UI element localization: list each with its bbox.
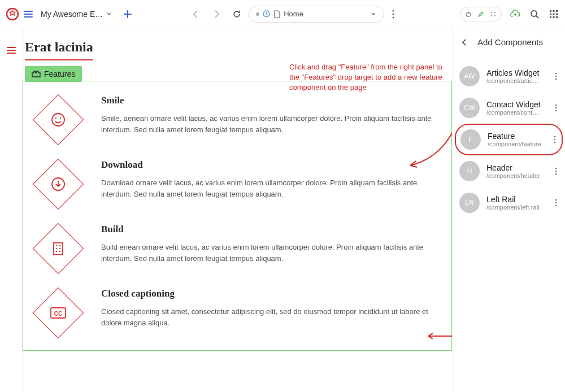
component-path: /component/cont… bbox=[486, 109, 547, 116]
feature-title: Download bbox=[101, 159, 441, 171]
component-meta: Articles Widget/component/artic… bbox=[486, 68, 547, 84]
component-path: /component/header bbox=[486, 172, 547, 179]
title-underline bbox=[25, 59, 93, 60]
site-selector[interactable]: My Awesome E… bbox=[37, 7, 115, 21]
svg-point-22 bbox=[60, 117, 61, 119]
svg-point-36 bbox=[555, 168, 557, 169]
component-item-contact-widget[interactable]: CWContact Widget/component/cont… bbox=[453, 92, 565, 124]
page-content: Erat lacinia Features SmileSmile, aenean… bbox=[23, 28, 452, 392]
component-item-left-rail[interactable]: LRLeft Rail/component/left-rail bbox=[453, 187, 565, 219]
url-bar[interactable]: Home bbox=[249, 6, 384, 23]
component-item-header[interactable]: HHeader/component/header bbox=[453, 155, 565, 187]
svg-rect-24 bbox=[54, 243, 63, 255]
feature-title: Build bbox=[101, 224, 441, 235]
component-avatar: F bbox=[460, 129, 481, 150]
component-more-icon[interactable] bbox=[554, 104, 558, 112]
top-toolbar: My Awesome E… Home bbox=[0, 0, 565, 28]
feature-item[interactable]: BuildBuild enean ornare velit lacus, ac … bbox=[29, 216, 441, 280]
svg-point-8 bbox=[491, 15, 492, 16]
component-avatar: H bbox=[459, 161, 480, 181]
features-drop-target[interactable]: SmileSmile, aenean ornare velit lacus, a… bbox=[23, 81, 452, 351]
panel-back-icon[interactable] bbox=[460, 38, 468, 46]
svg-rect-16 bbox=[556, 13, 558, 15]
panel-header: Add Components bbox=[453, 28, 565, 56]
svg-point-2 bbox=[393, 10, 394, 11]
svg-point-35 bbox=[554, 142, 556, 143]
power-icon[interactable] bbox=[463, 8, 474, 20]
svg-point-6 bbox=[491, 12, 492, 13]
annotation-instruction: Click and drag "Feature" from the right … bbox=[289, 62, 447, 93]
apps-grid-icon[interactable] bbox=[548, 8, 559, 20]
feature-desc: Closed captioning sit amet, consectetur … bbox=[101, 306, 441, 328]
feature-item[interactable]: DownloadDownload ornare velit lacus, ac … bbox=[29, 151, 441, 216]
nav-forward-icon[interactable] bbox=[211, 9, 221, 19]
feature-desc: Smile, aenean ornare velit lacus, ac var… bbox=[101, 113, 441, 135]
page-title: Erat lacinia bbox=[25, 40, 452, 55]
tab-label: Features bbox=[44, 69, 75, 79]
cloud-upload-icon[interactable] bbox=[510, 8, 521, 20]
component-name: Header bbox=[486, 163, 547, 172]
cc-icon: CC bbox=[33, 288, 84, 339]
left-menu-icon[interactable] bbox=[6, 45, 16, 392]
grid-dots-icon[interactable] bbox=[488, 8, 499, 20]
svg-point-28 bbox=[555, 76, 557, 77]
svg-point-34 bbox=[554, 139, 556, 141]
svg-rect-13 bbox=[556, 10, 558, 12]
svg-point-20 bbox=[52, 114, 64, 126]
component-name: Articles Widget bbox=[486, 68, 547, 77]
mode-toggle bbox=[460, 7, 502, 21]
component-avatar: CW bbox=[459, 98, 480, 118]
url-label: Home bbox=[284, 10, 303, 18]
svg-point-27 bbox=[555, 73, 557, 75]
chevron-down-icon bbox=[106, 11, 112, 17]
svg-point-9 bbox=[494, 15, 496, 16]
left-rail bbox=[0, 28, 23, 392]
svg-point-21 bbox=[55, 117, 56, 119]
svg-text:CC: CC bbox=[54, 311, 62, 317]
edit-icon[interactable] bbox=[475, 8, 486, 20]
feature-item[interactable]: CCClosed captioningClosed captioning sit… bbox=[29, 280, 441, 345]
app-logo[interactable] bbox=[6, 7, 19, 21]
svg-rect-11 bbox=[550, 10, 551, 12]
site-name: My Awesome E… bbox=[41, 10, 103, 19]
component-item-articles-widget[interactable]: AWArticles Widget/component/artic… bbox=[453, 60, 565, 92]
component-path: /component/feature bbox=[488, 141, 546, 147]
component-more-icon[interactable] bbox=[554, 167, 558, 175]
annotation-arrow-top bbox=[406, 127, 452, 178]
component-more-icon[interactable] bbox=[554, 199, 558, 207]
smile-icon bbox=[33, 94, 84, 146]
clock-icon bbox=[263, 10, 270, 18]
svg-point-29 bbox=[555, 79, 557, 80]
component-path: /component/left-rail bbox=[486, 204, 547, 211]
component-meta: Header/component/header bbox=[486, 163, 547, 179]
toolbar-right-icons bbox=[460, 7, 559, 21]
component-name: Feature bbox=[488, 132, 546, 141]
menu-icon[interactable] bbox=[23, 8, 34, 20]
nav-back-icon[interactable] bbox=[191, 9, 201, 19]
nav-controls bbox=[191, 9, 242, 19]
status-dot bbox=[256, 12, 259, 16]
svg-point-10 bbox=[531, 11, 537, 16]
nav-reload-icon[interactable] bbox=[232, 9, 242, 19]
features-drop-label[interactable]: Features bbox=[25, 66, 82, 82]
feature-title: Smile bbox=[101, 95, 441, 106]
panel-title: Add Components bbox=[477, 37, 543, 47]
component-more-icon[interactable] bbox=[553, 136, 557, 143]
component-avatar: LR bbox=[459, 193, 480, 213]
component-item-feature[interactable]: FFeature/component/feature bbox=[455, 124, 563, 155]
feature-item[interactable]: SmileSmile, aenean ornare velit lacus, a… bbox=[29, 87, 441, 151]
svg-rect-18 bbox=[553, 16, 555, 18]
component-more-icon[interactable] bbox=[554, 72, 558, 80]
svg-point-41 bbox=[555, 205, 557, 207]
svg-point-38 bbox=[555, 173, 557, 175]
component-name: Left Rail bbox=[486, 195, 547, 204]
url-more-icon[interactable] bbox=[392, 10, 394, 19]
svg-point-4 bbox=[393, 16, 394, 18]
component-meta: Left Rail/component/left-rail bbox=[486, 195, 547, 211]
feature-desc: Download ornare velit lacus, ac varius e… bbox=[101, 177, 441, 199]
feature-body: SmileSmile, aenean ornare velit lacus, a… bbox=[101, 95, 441, 138]
search-icon[interactable] bbox=[529, 8, 540, 20]
svg-point-32 bbox=[555, 110, 557, 112]
chevron-down-icon[interactable] bbox=[370, 11, 377, 18]
add-site-button[interactable] bbox=[119, 7, 137, 21]
